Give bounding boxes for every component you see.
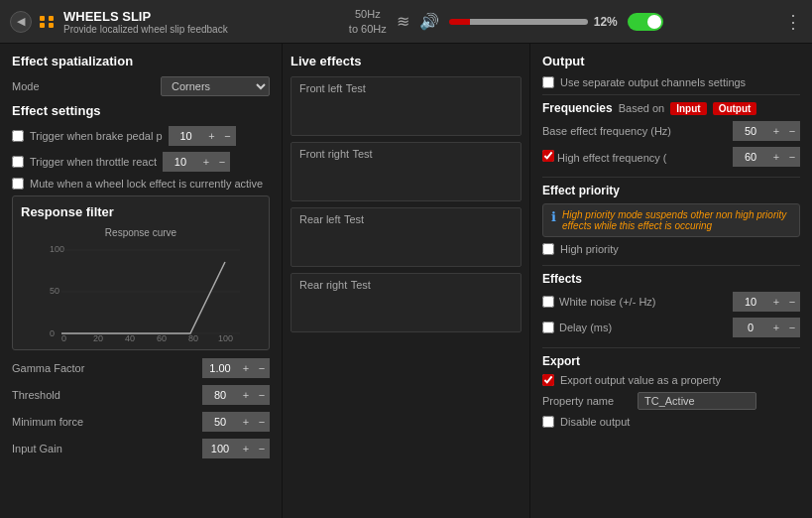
export-prop-checkbox[interactable] [542,374,554,386]
mode-select[interactable]: Corners [161,76,270,96]
input-tag-btn[interactable]: Input [670,102,706,115]
separate-channels-label: Use separate output channels settings [560,76,746,88]
separate-channels-row: Use separate output channels settings [542,76,800,88]
disable-output-checkbox[interactable] [542,416,554,428]
effects-section: Effects White noise (+/- Hz) + − Delay (… [542,272,800,337]
gamma-plus[interactable]: + [238,358,254,378]
app-title-block: WHEELS SLIP Provide localized wheel slip… [63,9,228,35]
effect-priority-section: Effect priority ℹ High priority mode sus… [542,184,800,255]
app-title: WHEELS SLIP [63,9,228,24]
base-freq-minus[interactable]: − [784,121,800,141]
high-freq-plus[interactable]: + [768,147,784,167]
topbar: ◀ WHEELS SLIP Provide localized wheel sl… [0,0,812,44]
topbar-left: ◀ WHEELS SLIP Provide localized wheel sl… [10,9,228,35]
wave-icon: ≋ [397,12,409,31]
back-button[interactable]: ◀ [10,11,32,33]
svg-text:0: 0 [61,333,66,341]
mute-row: Mute when a wheel lock effect is current… [12,178,270,190]
frequencies-label: Frequencies [542,101,613,115]
base-freq-row: Base effect frequency (Hz) + − [542,121,800,141]
high-freq-label: High effect frequency ( [542,150,727,164]
frequency-display: 50Hz to 60Hz [349,7,387,36]
delay-minus[interactable]: − [784,318,800,337]
export-prop-row: Export output value as a property [542,374,800,386]
effect-settings-title: Effect settings [12,103,270,118]
white-noise-plus[interactable]: + [768,292,784,312]
based-on-label: Based on [619,102,664,114]
trigger-brake-value[interactable] [169,126,204,146]
delay-checkbox[interactable] [542,322,554,333]
property-name-label: Property name [542,395,632,407]
gamma-row: Gamma Factor + − [12,358,270,378]
mute-label: Mute when a wheel lock effect is current… [30,178,263,190]
input-gain-label: Input Gain [12,443,196,454]
divider-2 [542,177,800,178]
min-force-minus[interactable]: − [254,412,270,432]
disable-output-label: Disable output [560,416,630,428]
separate-channels-checkbox[interactable] [542,76,554,88]
high-priority-checkbox[interactable] [542,243,554,255]
middle-panel: Live effects Front left Test Front right… [283,44,530,518]
high-freq-value[interactable] [733,147,768,167]
trigger-throttle-value[interactable] [163,152,198,172]
left-panel: Effect spatialization Mode Corners Effec… [0,44,283,518]
svg-text:20: 20 [93,333,103,341]
svg-text:100: 100 [50,244,64,254]
main-toggle[interactable] [628,13,663,31]
svg-text:60: 60 [157,333,167,341]
topbar-center: 50Hz to 60Hz ≋ 🔊 12% [236,7,776,36]
white-noise-checkbox[interactable] [542,296,554,308]
trigger-brake-minus[interactable]: − [220,126,236,146]
threshold-minus[interactable]: − [254,385,270,405]
base-freq-input-group: + − [733,121,800,141]
threshold-value[interactable] [202,385,238,405]
high-priority-row: High priority [542,243,800,255]
output-tag-btn[interactable]: Output [713,102,757,115]
trigger-throttle-checkbox[interactable] [12,156,24,168]
delay-label: Delay (ms) [559,322,727,333]
threshold-row: Threshold + − [12,385,270,405]
input-gain-minus[interactable]: − [254,439,270,458]
channel-front-right: Front right Test [290,142,522,201]
base-freq-plus[interactable]: + [768,121,784,141]
white-noise-input-group: + − [733,292,800,312]
min-force-value[interactable] [202,412,238,432]
effect-spatialization-title: Effect spatialization [12,54,270,68]
mode-label: Mode [12,80,155,92]
speaker-icon: 🔊 [419,12,439,31]
trigger-throttle-label: Trigger when throttle react [30,156,157,168]
volume-bar[interactable] [449,19,588,25]
app-subtitle: Provide localized wheel slip feedback [63,24,228,35]
threshold-plus[interactable]: + [238,385,254,405]
gamma-minus[interactable]: − [254,358,270,378]
high-freq-row: High effect frequency ( + − [542,147,800,167]
delay-value[interactable] [733,318,768,337]
frequencies-header: Frequencies Based on Input Output [542,101,800,115]
property-name-input[interactable] [638,392,756,410]
channel-front-left: Front left Test [290,76,522,136]
trigger-brake-checkbox[interactable] [12,130,24,142]
min-force-plus[interactable]: + [238,412,254,432]
trigger-brake-plus[interactable]: + [204,126,220,146]
min-force-row: Minimum force + − [12,412,270,432]
trigger-throttle-plus[interactable]: + [198,152,214,172]
gamma-value[interactable] [202,358,238,378]
high-freq-checkbox[interactable] [542,150,554,162]
input-gain-plus[interactable]: + [238,439,254,458]
high-freq-minus[interactable]: − [784,147,800,167]
white-noise-minus[interactable]: − [784,292,800,312]
high-priority-label: High priority [560,243,619,255]
trigger-brake-input-group: + − [169,126,236,146]
white-noise-value[interactable] [733,292,768,312]
base-freq-value[interactable] [733,121,768,141]
trigger-throttle-minus[interactable]: − [214,152,230,172]
effects-title: Effects [542,272,800,286]
mute-checkbox[interactable] [12,178,24,190]
trigger-throttle-input-group: + − [163,152,230,172]
trigger-brake-label: Trigger when brake pedal p [30,130,163,142]
menu-button[interactable]: ⋮ [784,11,802,33]
input-gain-value[interactable] [202,439,238,458]
base-freq-label: Base effect frequency (Hz) [542,125,727,137]
delay-plus[interactable]: + [768,318,784,337]
input-gain-row: Input Gain + − [12,439,270,458]
